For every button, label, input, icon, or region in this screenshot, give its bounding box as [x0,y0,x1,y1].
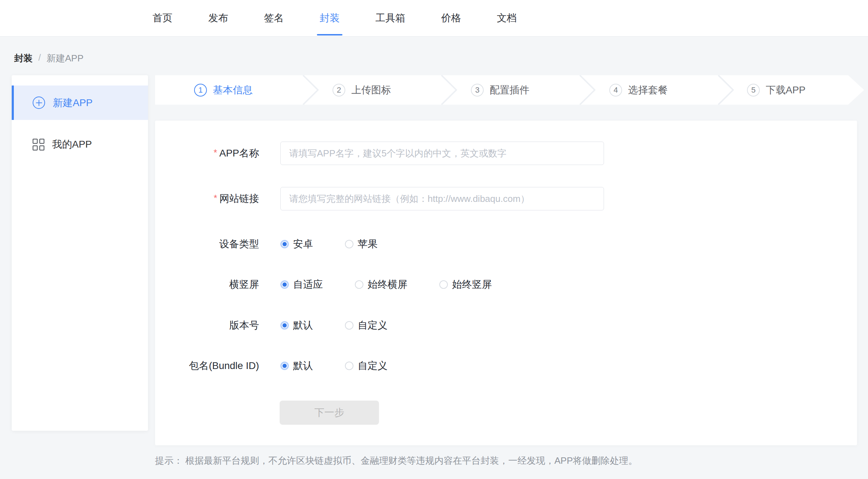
nav-tab-package[interactable]: 封装 [320,0,340,36]
radio-option-bundle-default[interactable]: 默认 [280,359,313,373]
device-type-radio-group: 安卓 苹果 [280,237,410,251]
radio-option-version-custom[interactable]: 自定义 [345,319,388,332]
site-url-input[interactable] [280,187,604,210]
radio-option-version-default[interactable]: 默认 [280,319,313,332]
step-number-badge: 5 [747,84,760,97]
radio-unchecked-icon [345,321,353,330]
site-url-label: *网站链接 [155,192,259,205]
breadcrumb: 封装 / 新建APP [14,52,83,65]
step-download-app: 5 下载APP [747,75,806,105]
version-label: 版本号 [155,319,259,332]
sidebar: 新建APP 我的APP [12,75,148,431]
form-row-bundle-id: 包名(Bundle ID) 默认 自定义 [155,360,857,372]
breadcrumb-root[interactable]: 封装 [14,52,33,65]
nav-tab-toolbox[interactable]: 工具箱 [375,0,405,36]
form-row-site-url: *网站链接 [155,187,857,210]
nav-tab-pricing[interactable]: 价格 [441,0,461,36]
step-basic-info: 1 基本信息 [194,75,253,105]
step-label: 配置插件 [490,83,529,97]
step-number-badge: 1 [194,84,207,97]
platform-rules-hint: 提示： 根据最新平台规则，不允许区块链虚拟币、金融理财类等违规内容在平台封装，一… [155,455,637,467]
step-separator-chevron-icon [441,75,457,105]
plus-circle-icon [33,97,45,109]
grid-icon [33,139,44,150]
radio-option-bundle-custom[interactable]: 自定义 [345,359,388,373]
radio-checked-icon [280,280,289,289]
form-row-device-type: 设备类型 安卓 苹果 [155,238,857,250]
basic-info-form: *APP名称 *网站链接 设备类型 安卓 苹果 横竖屏 [155,121,857,445]
form-row-app-name: *APP名称 [155,142,857,165]
main-nav: 首页 发布 签名 封装 工具箱 价格 文档 [0,0,868,36]
nav-tab-publish[interactable]: 发布 [208,0,228,36]
form-row-version: 版本号 默认 自定义 [155,319,857,331]
step-choose-plan: 4 选择套餐 [609,75,668,105]
orientation-radio-group: 自适应 始终横屏 始终竖屏 [280,278,524,291]
step-label: 下载APP [766,83,806,97]
step-separator-chevron-icon [302,75,319,105]
step-number-badge: 4 [609,84,622,97]
nav-tab-home[interactable]: 首页 [153,0,172,36]
bundle-id-radio-group: 默认 自定义 [280,359,419,373]
radio-checked-icon [280,321,289,330]
step-configure-plugins: 3 配置插件 [471,75,529,105]
sidebar-item-new-app[interactable]: 新建APP [12,86,148,120]
sidebar-item-my-apps[interactable]: 我的APP [12,134,148,154]
radio-unchecked-icon [345,362,353,370]
required-star: * [214,147,217,158]
app-name-label: *APP名称 [155,147,259,160]
radio-option-ios[interactable]: 苹果 [345,237,378,251]
required-star: * [214,193,217,203]
sidebar-item-label: 我的APP [52,138,92,151]
next-step-button[interactable]: 下一步 [280,401,379,425]
step-separator-chevron-icon [718,75,734,105]
breadcrumb-page: 新建APP [46,52,83,65]
radio-option-portrait[interactable]: 始终竖屏 [439,278,492,291]
step-number-badge: 2 [333,84,345,97]
app-name-input[interactable] [280,142,604,165]
step-number-badge: 3 [471,84,484,97]
step-upload-icon: 2 上传图标 [333,75,391,105]
step-label: 选择套餐 [628,83,668,97]
step-separator-chevron-icon [579,75,595,105]
radio-unchecked-icon [355,280,363,289]
radio-unchecked-icon [345,240,353,248]
radio-unchecked-icon [439,280,448,289]
device-type-label: 设备类型 [155,237,259,251]
radio-option-landscape[interactable]: 始终横屏 [355,278,407,291]
radio-option-adaptive[interactable]: 自适应 [280,278,323,291]
steps-bar: 1 基本信息 2 上传图标 3 配置插件 4 选择套餐 5 下载APP [155,75,864,105]
top-header: 首页 发布 签名 封装 工具箱 价格 文档 [0,0,868,37]
form-row-orientation: 横竖屏 自适应 始终横屏 始终竖屏 [155,279,857,291]
radio-option-android[interactable]: 安卓 [280,237,313,251]
radio-checked-icon [280,240,289,248]
radio-checked-icon [280,362,289,370]
sidebar-item-label: 新建APP [53,96,93,110]
breadcrumb-separator: / [38,52,41,65]
nav-tab-docs[interactable]: 文档 [497,0,517,36]
nav-tab-sign[interactable]: 签名 [264,0,284,36]
orientation-label: 横竖屏 [155,278,259,291]
bundle-id-label: 包名(Bundle ID) [155,359,259,373]
step-label: 上传图标 [351,83,391,97]
version-radio-group: 默认 自定义 [280,319,419,332]
step-label: 基本信息 [213,83,253,97]
